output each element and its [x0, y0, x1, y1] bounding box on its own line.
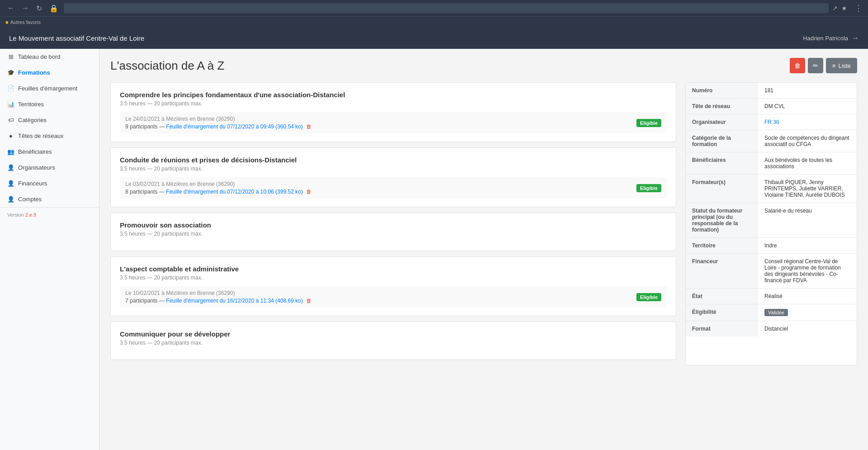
info-row: Éligibilité Validée: [686, 304, 857, 321]
info-value: Conseil régional Centre-Val de Loire - p…: [758, 254, 857, 288]
session-date-location: Le 10/02/2021 à Mézières en Brenne (3629…: [125, 290, 312, 296]
app-header: Le Mouvement associatif Centre-Val de Lo…: [0, 27, 868, 49]
feuille-emargement-link[interactable]: Feuille d'émargement du 16/12/2020 à 11:…: [166, 298, 303, 304]
formation-card: Comprendre les principes fondamentaux d'…: [110, 82, 676, 142]
info-row: Tête de réseau DM CVL: [686, 99, 857, 114]
info-label: Organisateur: [686, 114, 758, 130]
session-delete-icon[interactable]: 🗑: [306, 298, 312, 304]
browser-menu-button[interactable]: ⋮: [854, 3, 863, 13]
info-link[interactable]: FR 36: [764, 119, 779, 125]
info-value: Salarié-e du réseau: [758, 203, 857, 237]
sidebar-item-formations[interactable]: 🎓 Formations: [0, 65, 99, 81]
info-text: Thibault PIQUER, Jenny PRINTEMPS, Juliet…: [764, 179, 845, 198]
formation-title: L'aspect comptable et administrative: [120, 265, 667, 273]
formation-card: Communiquer pour se développer 3.5 heure…: [110, 322, 676, 360]
sidebar-label-feuilles-emargement: Feuilles d'émargement: [18, 85, 77, 92]
edit-button[interactable]: ✏: [808, 58, 823, 73]
info-value: Socle de compétences du dirigeant associ…: [758, 130, 857, 152]
sidebar-item-comptes[interactable]: 👤 Comptes: [0, 191, 99, 207]
session-info: Le 10/02/2021 à Mézières en Brenne (3629…: [125, 290, 312, 304]
info-label: Numéro: [686, 83, 758, 98]
forward-button[interactable]: →: [20, 3, 31, 13]
session-delete-icon[interactable]: 🗑: [306, 123, 312, 130]
info-value: Réalisé: [758, 289, 857, 304]
address-bar[interactable]: [64, 3, 829, 13]
formation-session: Le 03/02/2021 à Mézières en Brenne (3629…: [120, 177, 667, 199]
back-button[interactable]: ←: [5, 3, 16, 13]
info-label: Statut du formateur principal (ou du res…: [686, 203, 758, 237]
info-label: Territoire: [686, 238, 758, 253]
info-label: État: [686, 289, 758, 304]
info-value: Distanciel: [758, 321, 857, 336]
info-row: Formateur(s) Thibault PIQUER, Jenny PRIN…: [686, 175, 857, 203]
sidebar-icon-categories: 🏷: [7, 117, 14, 123]
info-text: Salarié-e du réseau: [764, 208, 812, 214]
info-text: Réalisé: [764, 293, 783, 299]
info-text: Distanciel: [764, 326, 788, 332]
bookmark-icon[interactable]: ★: [841, 5, 847, 12]
sidebar-label-organisateurs: Organisateurs: [18, 164, 55, 171]
formation-subtitle: 3.5 heures — 20 participants max.: [120, 340, 667, 346]
sidebar-item-categories[interactable]: 🏷 Catégories: [0, 112, 99, 128]
formation-subtitle: 3.5 heures — 20 participants max.: [120, 100, 667, 107]
sidebar-item-organisateurs[interactable]: 👤 Organisateurs: [0, 160, 99, 175]
sidebar-icon-feuilles-emargement: 📄: [7, 85, 14, 92]
feuille-emargement-link[interactable]: Feuille d'émargement du 07/12/2020 à 10:…: [166, 189, 303, 195]
info-label: Formateur(s): [686, 175, 758, 203]
formations-list: Comprendre les principes fondamentaux d'…: [110, 82, 676, 365]
formation-title: Promouvoir son association: [120, 221, 667, 229]
delete-button[interactable]: 🗑: [790, 58, 805, 73]
info-text: Conseil régional Centre-Val de Loire - p…: [764, 258, 841, 284]
info-label: Format: [686, 321, 758, 336]
info-row: État Réalisé: [686, 289, 857, 304]
sidebar: ⊞ Tableau de bord 🎓 Formations 📄 Feuille…: [0, 49, 100, 450]
sidebar-label-territoires: Territoires: [18, 101, 44, 108]
sidebar-label-comptes: Comptes: [18, 196, 42, 203]
logout-icon[interactable]: →: [852, 34, 859, 42]
session-participants: 7 participants — Feuille d'émargement du…: [125, 298, 312, 304]
sidebar-item-territoires[interactable]: 📊 Territoires: [0, 96, 99, 112]
feuille-emargement-link[interactable]: Feuille d'émargement du 07/12/2020 à 09:…: [166, 123, 303, 130]
info-text: 181: [764, 87, 773, 94]
sidebar-item-financeurs[interactable]: 👤 Financeurs: [0, 175, 99, 191]
session-participants: 8 participants — Feuille d'émargement du…: [125, 189, 312, 195]
list-button[interactable]: ≡ Liste: [826, 58, 857, 73]
sidebar-item-tableau-de-bord[interactable]: ⊞ Tableau de bord: [0, 49, 99, 65]
session-date-location: Le 03/02/2021 à Mézières en Brenne (3629…: [125, 181, 312, 187]
sidebar-item-beneficiaires[interactable]: 👥 Bénéficiaires: [0, 144, 99, 160]
sidebar-label-tetes-de-reseaux: Têtes de réseaux: [18, 133, 63, 139]
info-text: Socle de compétences du dirigeant associ…: [764, 135, 849, 147]
formation-card: Promouvoir son association 3.5 heures — …: [110, 213, 676, 251]
eligible-badge: Eligible: [636, 184, 661, 192]
share-icon[interactable]: ↗: [832, 5, 838, 12]
info-value: FR 36: [758, 114, 857, 130]
info-row: Financeur Conseil régional Centre-Val de…: [686, 254, 857, 289]
formation-title: Comprendre les principes fondamentaux d'…: [120, 91, 667, 99]
session-date-location: Le 24/01/2021 à Mézières en Brenne (3629…: [125, 116, 312, 122]
info-value: Validée: [758, 304, 857, 321]
info-row: Organisateur FR 36: [686, 114, 857, 130]
page-actions: 🗑 ✏ ≡ Liste: [790, 58, 857, 73]
content-grid: Comprendre les principes fondamentaux d'…: [110, 82, 857, 365]
reload-button[interactable]: ↻: [34, 3, 44, 14]
bookmarks-bar: ■ Autres favoris: [0, 16, 868, 27]
eligible-badge: Eligible: [636, 293, 661, 301]
version-info: Version 2.e.9: [0, 207, 99, 222]
page-title: L'association de A à Z: [110, 59, 224, 73]
list-icon: ≡: [832, 62, 836, 69]
sidebar-item-feuilles-emargement[interactable]: 📄 Feuilles d'émargement: [0, 81, 99, 96]
formation-session: Le 10/02/2021 à Mézières en Brenne (3629…: [120, 286, 667, 308]
formation-session: Le 24/01/2021 à Mézières en Brenne (3629…: [120, 112, 667, 133]
sidebar-icon-formations: 🎓: [7, 69, 14, 76]
user-info: Hadrien Patricola →: [803, 34, 859, 42]
bookmark-autres-favoris[interactable]: ■ Autres favoris: [5, 19, 41, 25]
sidebar-item-tetes-de-reseaux[interactable]: ● Têtes de réseaux: [0, 128, 99, 144]
bookmark-folder-icon: ■: [5, 19, 9, 25]
info-label: Éligibilité: [686, 304, 758, 321]
info-label: Catégorie de la formation: [686, 130, 758, 152]
session-delete-icon[interactable]: 🗑: [306, 189, 312, 195]
session-participants: 9 participants — Feuille d'émargement du…: [125, 123, 312, 130]
username: Hadrien Patricola: [803, 35, 848, 42]
sidebar-label-formations: Formations: [18, 69, 50, 76]
sidebar-icon-organisateurs: 👤: [7, 164, 14, 171]
